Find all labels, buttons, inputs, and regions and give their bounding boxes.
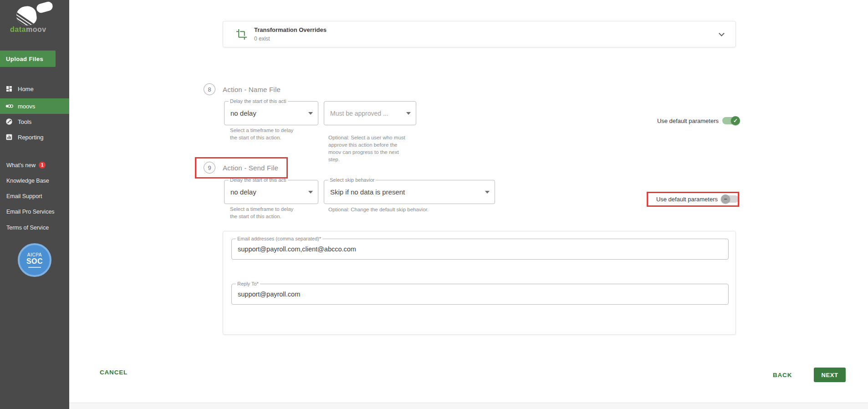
app-root: datamoov Upload Files Home moovs Tools <box>0 0 868 409</box>
step8-title: Action - Name File <box>223 86 281 93</box>
toggle-check-icon: ✓ <box>731 116 740 125</box>
sidebar-item-moovs[interactable]: moovs <box>0 98 69 114</box>
soc-badge-line <box>28 267 41 268</box>
step8-approver-helper: Optional: Select a user who must approve… <box>328 134 407 163</box>
sidebar-link-label: Email Pro Services <box>6 209 55 215</box>
logo-hand-shape <box>15 5 37 27</box>
reply-to-field[interactable]: Reply To* <box>231 284 729 305</box>
step9-use-default-toggle[interactable]: − <box>721 195 739 203</box>
step9-skip-helper: Optional: Change the default skip behavi… <box>328 206 470 213</box>
dropdown-caret-icon <box>485 191 490 194</box>
soc-badge-top-text: AICPA <box>27 252 42 257</box>
dropdown-caret-icon <box>308 112 313 115</box>
sidebar-link-whats-new[interactable]: What's new 1 <box>6 162 46 169</box>
step9-title: Action - Send File <box>223 164 278 172</box>
sidebar-link-knowledge-base[interactable]: Knowledge Base <box>6 178 49 184</box>
next-button[interactable]: NEXT <box>814 368 846 382</box>
step8-delay-select-value: no delay <box>230 102 304 125</box>
sidebar-item-tools[interactable]: Tools <box>0 114 69 129</box>
step9-skip-select-value: Skip if no data is present <box>330 180 481 204</box>
step8-delay-helper: Select a timeframe to delay the start of… <box>230 127 301 141</box>
back-button[interactable]: BACK <box>773 372 792 378</box>
chevron-down-icon[interactable] <box>719 31 725 36</box>
upload-files-button[interactable]: Upload Files <box>0 51 56 67</box>
step9-skip-behavior-select[interactable]: Select skip behavior Skip if no data is … <box>324 180 495 204</box>
step9-number-circle: 9 <box>204 162 215 174</box>
sidebar-item-label: moovs <box>18 103 35 110</box>
sidebar-link-label: Email Support <box>6 193 42 199</box>
step8-approver-select-value: Must be approved ... <box>330 102 402 125</box>
reply-to-input[interactable] <box>238 284 722 304</box>
sidebar-item-label: Tools <box>18 118 31 125</box>
sidebar-item-reporting[interactable]: Reporting <box>0 129 69 145</box>
sidebar-item-home[interactable]: Home <box>0 81 69 97</box>
sidebar-link-label: What's new <box>6 162 36 169</box>
email-addresses-input[interactable] <box>238 239 722 259</box>
sidebar-link-email-pro-services[interactable]: Email Pro Services <box>6 209 55 215</box>
bottom-strip <box>69 403 868 409</box>
aicpa-soc-badge: AICPA SOC <box>18 243 51 277</box>
cancel-button[interactable]: CANCEL <box>100 369 128 376</box>
overrides-title: Transformation Overrides <box>254 26 327 33</box>
dropdown-caret-icon <box>308 191 313 194</box>
step8-approver-select[interactable]: Must be approved ... <box>324 101 416 125</box>
tools-wrench-icon <box>5 118 13 126</box>
dropdown-caret-icon <box>406 112 411 115</box>
soc-badge-main-text: SOC <box>26 257 43 266</box>
brand-logo-icon <box>16 3 54 26</box>
send-file-params-card: Email addresses (comma separated)* Reply… <box>223 231 736 335</box>
transformation-overrides-card[interactable]: Transformation Overrides 0 exist <box>223 21 736 47</box>
step8-number-circle: 8 <box>204 83 215 95</box>
logo-pill-shape <box>36 0 54 14</box>
email-addresses-field[interactable]: Email addresses (comma separated)* <box>231 239 729 260</box>
step9-delay-select-value: no delay <box>230 180 304 204</box>
moovs-circles-icon <box>5 102 13 110</box>
step8-delay-select[interactable]: Delay the start of this acti no delay <box>224 101 318 125</box>
sidebar-item-label: Home <box>18 86 34 92</box>
sidebar-link-label: Terms of Service <box>6 225 49 231</box>
step9-delay-select[interactable]: Delay the start of this acti no delay <box>224 180 318 204</box>
step8-use-default-label: Use default parameters <box>649 118 719 124</box>
step9-delay-helper: Select a timeframe to delay the start of… <box>230 205 301 220</box>
reporting-chart-icon <box>5 133 13 141</box>
home-grid-icon <box>5 85 13 93</box>
toggle-minus-icon: − <box>721 194 730 204</box>
crop-transform-icon <box>236 29 247 42</box>
sidebar-link-terms-of-service[interactable]: Terms of Service <box>6 225 49 231</box>
overrides-subtitle: 0 exist <box>254 36 270 42</box>
step8-use-default-toggle[interactable]: ✓ <box>722 117 740 124</box>
sidebar-item-label: Reporting <box>18 134 43 141</box>
step9-use-default-label: Use default parameters <box>648 196 718 203</box>
brand-word-data: data <box>10 26 26 33</box>
sidebar-link-label: Knowledge Base <box>6 178 49 184</box>
brand-wordmark: datamoov <box>10 26 46 34</box>
topbar: TV <box>69 0 868 18</box>
brand-word-moov: moov <box>26 26 46 33</box>
sidebar-link-email-support[interactable]: Email Support <box>6 193 42 199</box>
sidebar: datamoov Upload Files Home moovs Tools <box>0 0 69 409</box>
whats-new-count-badge: 1 <box>39 162 46 169</box>
